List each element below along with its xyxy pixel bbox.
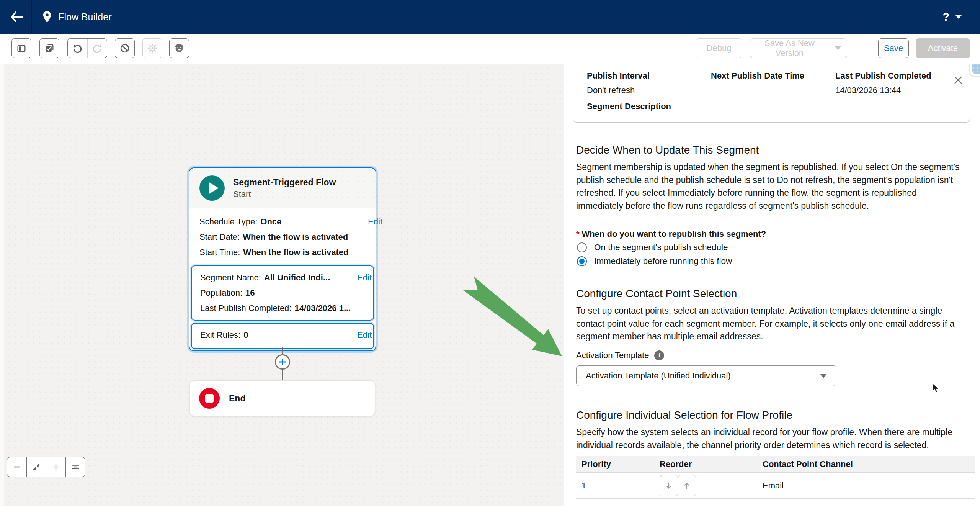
contact-section-heading: Configure Contact Point Selection	[576, 288, 737, 300]
back-button[interactable]	[8, 9, 25, 25]
start-node[interactable]: Segment-Triggered Flow Start Schedule Ty…	[189, 167, 376, 351]
move-down-button[interactable]	[660, 475, 678, 496]
reorder-down-icon	[665, 481, 673, 490]
chevron-down-icon[interactable]	[956, 15, 962, 19]
prohibit-icon	[119, 43, 130, 54]
layout-toggle-icon	[70, 462, 80, 472]
redo-icon	[91, 43, 103, 54]
segment-section[interactable]: Segment Name:All Unified Indi... Edit Po…	[191, 265, 374, 321]
start-time-row: Start Time:When the flow is activated	[199, 245, 366, 260]
settings-gear-icon	[147, 43, 158, 54]
toolbox-collapsed-strip	[0, 64, 4, 506]
settings-button[interactable]	[142, 38, 162, 58]
edit-segment-link[interactable]: Edit	[357, 270, 372, 285]
zoom-in-button[interactable]	[46, 457, 66, 477]
page-title: Flow Builder	[58, 0, 112, 34]
table-row: 1 Email	[576, 473, 975, 499]
flow-canvas[interactable]: Segment-Triggered Flow Start Schedule Ty…	[0, 64, 564, 506]
last-publish-row: Last Publish Completed:14/03/2026 1...	[200, 301, 365, 316]
debug-button[interactable]: Debug	[696, 38, 742, 58]
end-icon	[199, 388, 220, 409]
disconnect-button[interactable]	[115, 38, 135, 58]
priority-header: Priority	[576, 459, 660, 469]
start-node-header[interactable]: Segment-Triggered Flow Start	[189, 168, 376, 208]
priority-cell: 1	[576, 481, 660, 491]
top-nav: Flow Builder ?	[0, 0, 980, 34]
einstein-assistant-button[interactable]	[169, 38, 189, 58]
fit-view-button[interactable]	[26, 457, 46, 477]
start-node-title: Segment-Triggered Flow	[233, 177, 336, 188]
update-section-body: Segment membership is updated when the s…	[576, 161, 964, 212]
required-marker: *	[576, 229, 580, 239]
channel-header: Contact Point Channel	[763, 459, 975, 469]
chevron-down-icon	[820, 374, 827, 378]
edit-exit-rules-link[interactable]: Edit	[357, 328, 372, 343]
publish-interval-field: Publish Interval Don't refresh	[587, 70, 650, 96]
last-publish-field: Last Publish Completed 14/03/2026 13:44	[835, 70, 931, 96]
close-panel-button[interactable]	[951, 73, 965, 87]
nav-divider	[31, 0, 32, 34]
select-elements-button[interactable]	[39, 38, 59, 58]
play-icon	[199, 175, 225, 201]
flow-builder-app: Flow Builder ? D	[0, 0, 980, 506]
properties-panel: Publish Interval Don't refresh Next Publ…	[564, 64, 980, 506]
activate-button[interactable]: Activate	[916, 38, 970, 58]
individual-section-heading: Configure Individual Selection for Flow …	[576, 409, 792, 421]
reorder-up-icon	[683, 481, 691, 490]
panel-collapse-icon	[976, 64, 980, 66]
radio-option-immediately[interactable]: Immediately before running this flow	[577, 256, 732, 266]
start-node-subtitle: Start	[233, 188, 336, 200]
layout-toggle-button[interactable]	[65, 457, 85, 477]
radio-unselected[interactable]	[577, 242, 587, 252]
exit-rules-section[interactable]: Exit Rules:0 Edit	[191, 323, 374, 349]
toolbox-toggle-button[interactable]	[11, 38, 31, 58]
reorder-controls	[660, 475, 763, 496]
end-node[interactable]: End	[189, 380, 375, 416]
zoom-controls	[7, 457, 85, 477]
radio-selected[interactable]	[577, 256, 587, 266]
save-button[interactable]: Save	[878, 38, 909, 58]
channel-priority-table: Priority Reorder Contact Point Channel 1	[576, 456, 975, 499]
edit-schedule-link[interactable]: Edit	[368, 214, 382, 229]
add-element-icon	[278, 358, 287, 366]
undo-button[interactable]	[68, 39, 87, 58]
table-header-row: Priority Reorder Contact Point Channel	[576, 456, 975, 473]
activation-template-dropdown[interactable]: Activation Template (Unified Individual)	[576, 365, 836, 386]
undo-redo-group	[67, 38, 107, 58]
back-arrow-icon	[10, 11, 24, 23]
republish-question: *When do you want to republish this segm…	[576, 229, 766, 239]
activation-template-label: Activation Template i	[576, 350, 664, 360]
schedule-section: Schedule Type:Once Edit Start Date:When …	[189, 208, 376, 265]
contact-section-body: To set up contact points, select an acti…	[576, 305, 964, 343]
toolbox-toggle-icon	[16, 43, 27, 54]
next-publish-field: Next Publish Date Time	[711, 70, 804, 85]
redo-button[interactable]	[87, 39, 107, 58]
help-menu[interactable]: ?	[942, 0, 962, 34]
exit-rules-row: Exit Rules:0 Edit	[200, 328, 365, 343]
info-icon[interactable]: i	[654, 350, 664, 360]
close-icon	[953, 75, 964, 85]
save-as-dropdown-toggle[interactable]	[829, 39, 847, 58]
population-row: Population:16	[200, 285, 365, 301]
end-node-title: End	[229, 393, 245, 404]
channel-cell: Email	[763, 481, 975, 491]
segment-name-row: Segment Name:All Unified Indi... Edit	[200, 270, 365, 285]
segment-description-label: Segment Description	[587, 102, 671, 111]
schedule-type-row: Schedule Type:Once Edit	[199, 214, 366, 229]
move-up-button[interactable]	[678, 475, 696, 496]
select-elements-icon	[44, 43, 55, 54]
panel-collapse-tab	[970, 64, 980, 76]
individual-section-body: Specify how the system selects an indivi…	[576, 426, 964, 452]
add-element-button[interactable]	[275, 354, 290, 370]
help-icon[interactable]: ?	[942, 10, 949, 23]
zoom-out-icon	[12, 462, 21, 472]
zoom-out-button[interactable]	[7, 457, 27, 477]
radio-option-publish-schedule[interactable]: On the segment's publish schedule	[577, 242, 728, 252]
update-section-heading: Decide When to Update This Segment	[576, 144, 759, 156]
save-as-new-version-button[interactable]: Save As New Version	[750, 38, 847, 58]
reorder-header: Reorder	[660, 459, 763, 469]
start-date-row: Start Date:When the flow is activated	[199, 229, 366, 245]
segment-summary-card: Publish Interval Don't refresh Next Publ…	[573, 64, 970, 123]
panel-collapse-button[interactable]	[972, 64, 980, 74]
flow-toolbar: Debug Save As New Version Save Activate	[0, 34, 980, 65]
